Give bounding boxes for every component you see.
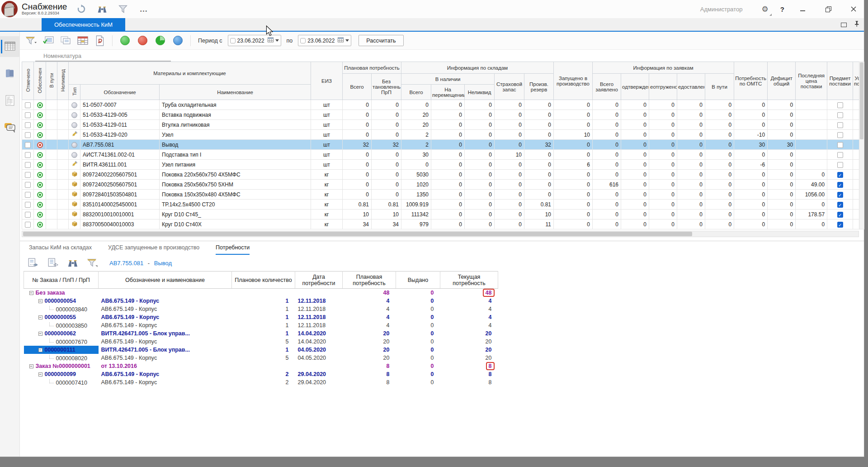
tree-node-label[interactable]: 0000003850 bbox=[56, 323, 88, 329]
supply-cell[interactable]: ✓ bbox=[827, 170, 853, 180]
date-from-value[interactable]: 23.06.2022 bbox=[237, 38, 266, 44]
supply-checkbox-checked[interactable]: ✓ bbox=[837, 212, 843, 218]
requirement-row[interactable]: −0000000099АВ6.675.149 - Корпус229.04.20… bbox=[24, 370, 498, 378]
save-grid-button[interactable] bbox=[76, 34, 90, 48]
tree-node-label[interactable]: Заказ №0000000001 bbox=[36, 363, 90, 369]
tree-node-label[interactable]: 0000000062 bbox=[45, 330, 76, 337]
designation-name-cell[interactable]: ВИТЯ.426471.005 - Блок управ... bbox=[99, 329, 232, 338]
order-cell[interactable]: 0000003850 bbox=[24, 321, 99, 329]
red-circle-button[interactable] bbox=[138, 36, 147, 45]
col-header-stock-moving[interactable]: На перемещении bbox=[431, 85, 465, 100]
main-grid-vertical-scrollbar[interactable] bbox=[859, 62, 864, 229]
designation-name-cell[interactable]: АВ6.675.149 - Корпус bbox=[99, 321, 232, 329]
selected-item-code[interactable]: АВ7.755.081 bbox=[109, 260, 143, 267]
tree-node-label[interactable]: 0000000111 bbox=[45, 347, 75, 353]
req-col-header-2[interactable]: Плановое количество bbox=[232, 272, 295, 289]
checklist-button[interactable] bbox=[42, 34, 55, 48]
supply-checkbox-checked[interactable]: ✓ bbox=[837, 172, 843, 178]
calculate-button[interactable]: Рассчитать bbox=[359, 35, 403, 46]
supply-cell[interactable]: ✓ bbox=[827, 190, 853, 200]
col-header-designation[interactable]: Обозначение bbox=[80, 85, 160, 100]
tree-node-label[interactable]: 0000003840 bbox=[56, 306, 88, 313]
supply-checkbox[interactable] bbox=[837, 162, 843, 168]
order-cell[interactable]: −0000000111 bbox=[24, 346, 99, 354]
supply-cell[interactable]: ✓ bbox=[827, 210, 853, 219]
grid-row[interactable]: 51-0533-4129-011Втулка литниковаяшт00200… bbox=[22, 120, 859, 130]
row-checkbox[interactable] bbox=[25, 112, 31, 118]
designation-name-cell[interactable]: АВ6.675.149 - Корпус bbox=[99, 313, 232, 321]
col-header-safety[interactable]: Страховой запас bbox=[495, 74, 524, 100]
designation-name-cell[interactable]: от 13.10.2016 bbox=[99, 362, 232, 370]
grid-row[interactable]: 809724002205607501Поковка 220х560х750 4Х… bbox=[22, 170, 859, 180]
requirement-row[interactable]: 0000007410АВ6.675.149 - Корпус229.04.202… bbox=[24, 378, 498, 386]
marked-cell[interactable] bbox=[22, 120, 34, 130]
bottom-tab-2[interactable]: Потребности bbox=[216, 241, 250, 255]
designation-cell[interactable]: 809728401503504801 bbox=[80, 190, 160, 200]
col-header-launched[interactable]: Запущено в производство bbox=[554, 62, 593, 100]
requirement-row[interactable]: −0000000054АВ6.675.149 - Корпус112.11.20… bbox=[24, 297, 498, 305]
panel-splitter[interactable] bbox=[20, 237, 864, 241]
order-cell[interactable]: −Без заказа bbox=[24, 289, 99, 297]
tree-node-label[interactable]: 0000007670 bbox=[56, 339, 88, 345]
date-to-value[interactable]: 23.06.2022 bbox=[307, 38, 336, 44]
tree-node-label[interactable]: Без заказа bbox=[36, 290, 65, 296]
copy-button[interactable] bbox=[59, 34, 72, 48]
order-cell[interactable]: 0000007410 bbox=[24, 378, 99, 386]
row-checkbox[interactable] bbox=[25, 122, 31, 128]
tree-node-label[interactable]: 0000000099 bbox=[45, 371, 76, 377]
row-checkbox[interactable] bbox=[25, 182, 31, 188]
supply-checkbox-checked[interactable]: ✓ bbox=[837, 222, 843, 228]
designation-name-cell[interactable]: АВ6.675.149 - Корпус bbox=[99, 305, 232, 313]
supply-cell[interactable] bbox=[827, 110, 853, 120]
requirement-row[interactable]: −Без заказа48048 bbox=[24, 289, 498, 297]
document-list-icon[interactable] bbox=[46, 256, 60, 270]
marked-cell[interactable] bbox=[22, 180, 34, 190]
row-checkbox[interactable] bbox=[25, 142, 31, 148]
supply-checkbox[interactable] bbox=[837, 102, 843, 108]
help-icon[interactable]: ? bbox=[780, 5, 784, 13]
date-to-checkbox[interactable] bbox=[300, 38, 306, 43]
designation-cell[interactable]: 51-0533-4129-005 bbox=[80, 110, 160, 120]
order-cell[interactable]: −Заказ №0000000001 bbox=[24, 362, 99, 370]
blue-circle-button[interactable] bbox=[173, 36, 183, 45]
grid-row[interactable]: 835101400025450001ТР.14х2.5х4500 СТ20кг0… bbox=[22, 200, 859, 210]
supply-cell[interactable] bbox=[827, 140, 853, 150]
designation-cell[interactable]: 51-0507-0007 bbox=[80, 100, 160, 110]
date-to-field[interactable]: 23.06.2022 bbox=[298, 35, 351, 46]
designation-cell[interactable]: 51-0533-4129-011 bbox=[80, 120, 160, 130]
designation-cell[interactable]: АИСТ.741361.002-01 bbox=[80, 150, 160, 160]
main-grid-horizontal-scrollbar[interactable] bbox=[22, 231, 859, 237]
col-header-not-shipped[interactable]: еотгружено bbox=[649, 74, 677, 100]
col-header-unit[interactable]: ЕИЗ bbox=[311, 62, 343, 100]
supply-cell[interactable]: ✓ bbox=[827, 219, 853, 229]
req-col-header-5[interactable]: Выдано bbox=[396, 272, 440, 289]
name-cell[interactable]: Поковка 250х560х750 5ХНМ bbox=[160, 180, 311, 190]
sidebar-item-grid[interactable] bbox=[0, 36, 20, 57]
marked-cell[interactable] bbox=[22, 150, 34, 160]
name-cell[interactable]: Втулка литниковая bbox=[160, 120, 311, 130]
band-plan[interactable]: Плановая потребность bbox=[343, 62, 401, 74]
supply-checkbox[interactable] bbox=[837, 132, 843, 138]
band-requests[interactable]: Информация по заявкам bbox=[593, 62, 734, 74]
name-cell[interactable]: Труба охладительная bbox=[160, 100, 311, 110]
col-header-plan-total[interactable]: Всего bbox=[343, 74, 372, 100]
designation-cell[interactable]: 88320010010010001 bbox=[80, 210, 160, 219]
supply-checkbox[interactable] bbox=[837, 152, 843, 158]
supply-checkbox-checked[interactable]: ✓ bbox=[837, 202, 843, 208]
sidebar-item-books[interactable] bbox=[0, 63, 20, 84]
name-cell[interactable]: Узел bbox=[160, 130, 311, 140]
requirement-row[interactable]: 0000003850АВ6.675.149 - Корпус112.11.201… bbox=[24, 321, 498, 329]
name-cell[interactable]: Круг D10 Ст45_ bbox=[160, 210, 311, 219]
grid-row[interactable]: АИСТ.741361.002-01Подставка тип Iшт00300… bbox=[22, 150, 859, 160]
marked-cell[interactable] bbox=[22, 100, 34, 110]
row-checkbox[interactable] bbox=[25, 212, 31, 218]
grid-row[interactable]: 51-0533-4129-005Вставка подвижнаяшт00200… bbox=[22, 110, 859, 120]
req-col-header-6[interactable]: Текущая потребность bbox=[440, 272, 498, 289]
requirement-row[interactable]: −0000000055АВ6.675.149 - Корпус112.11.20… bbox=[24, 313, 498, 321]
marked-cell[interactable] bbox=[22, 170, 34, 180]
row-checkbox[interactable] bbox=[25, 132, 31, 138]
tree-node-label[interactable]: 0000000055 bbox=[45, 314, 76, 320]
col-header-req-in-transit[interactable]: В пути bbox=[705, 74, 734, 100]
designation-cell[interactable]: 88370050040010003 bbox=[80, 219, 160, 229]
tree-expander-icon[interactable]: − bbox=[38, 372, 42, 376]
